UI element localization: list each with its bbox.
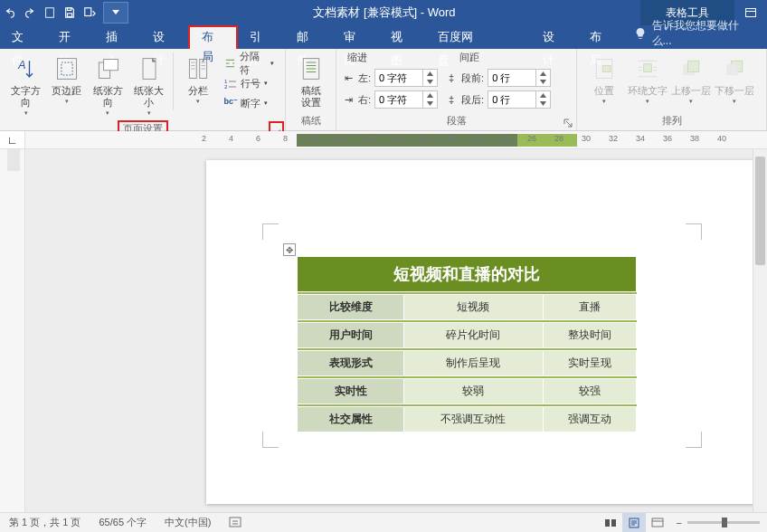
ruler-vertical[interactable]: [0, 149, 25, 512]
tab-table-layout[interactable]: 布局: [578, 25, 625, 49]
qat-button-1[interactable]: [40, 2, 60, 24]
table-cell[interactable]: 整块时间: [543, 323, 636, 348]
status-macro-icon[interactable]: [220, 516, 251, 530]
breaks-button[interactable]: 分隔符▾: [224, 54, 274, 72]
page: ✥ 短视频和直播的对比 比较维度短视频直播用户时间碎片化时间整块时间表现形式制作…: [206, 160, 758, 504]
table-cell[interactable]: 制作后呈现: [404, 351, 544, 376]
zoom-out-button[interactable]: −: [677, 518, 682, 528]
vertical-scrollbar[interactable]: [753, 149, 767, 512]
group-page-setup: A 文字方向▾ 页边距▾ 纸张方向▾ 纸张大小▾ 分栏▾ 分隔符▾: [0, 49, 286, 130]
table-cell[interactable]: 用户时间: [298, 323, 404, 348]
table-cell[interactable]: 表现形式: [298, 351, 404, 376]
tab-table-design[interactable]: 设计: [531, 25, 578, 49]
tab-design[interactable]: 设计: [141, 25, 188, 49]
tab-mailings[interactable]: 邮件: [285, 25, 332, 49]
table-cell[interactable]: 不强调互动性: [404, 407, 544, 432]
zoom-thumb[interactable]: [722, 518, 727, 527]
tab-selector[interactable]: ∟: [0, 131, 25, 148]
line-numbers-button[interactable]: 12行号▾: [224, 74, 274, 92]
paragraph-launcher[interactable]: [562, 117, 573, 128]
table-cell[interactable]: 碎片化时间: [404, 323, 544, 348]
qat-button-2[interactable]: [80, 2, 99, 24]
tab-file[interactable]: 文件: [0, 25, 47, 49]
hyphenation-icon: bc⁻: [224, 97, 237, 109]
send-backward-button[interactable]: 下移一层▾: [713, 52, 756, 107]
space-before-input[interactable]: [488, 69, 551, 87]
status-page[interactable]: 第 1 页，共 1 页: [0, 516, 90, 529]
zoom-control: −: [669, 518, 767, 528]
svg-rect-24: [605, 519, 610, 527]
svg-rect-20: [688, 61, 699, 71]
view-web-layout[interactable]: [646, 513, 669, 533]
quick-access-toolbar: [0, 2, 128, 24]
qat-customize-dropdown[interactable]: [103, 2, 128, 24]
table-cell[interactable]: 直播: [543, 295, 636, 320]
tell-me-search[interactable]: 告诉我您想要做什么...: [625, 18, 767, 49]
indent-left-icon: ⇤: [342, 72, 355, 84]
view-read-mode[interactable]: [599, 513, 622, 533]
svg-rect-7: [62, 62, 72, 75]
text-direction-button[interactable]: A 文字方向▾: [5, 52, 46, 119]
table-cell[interactable]: 社交属性: [298, 407, 404, 432]
space-after-icon: ‡: [445, 94, 458, 105]
zoom-slider[interactable]: [687, 521, 760, 524]
bring-forward-button[interactable]: 上移一层▾: [669, 52, 713, 107]
tab-references[interactable]: 引用: [238, 25, 285, 49]
tab-insert[interactable]: 插入: [94, 25, 141, 49]
spin-down[interactable]: [423, 78, 437, 86]
document-canvas[interactable]: ✥ 短视频和直播的对比 比较维度短视频直播用户时间碎片化时间整块时间表现形式制作…: [25, 149, 767, 512]
table-cell[interactable]: 较弱: [404, 379, 544, 404]
table-cell[interactable]: 实时性: [298, 379, 404, 404]
line-numbers-icon: 12: [224, 77, 237, 90]
tab-view[interactable]: 视图: [379, 25, 426, 49]
svg-text:A: A: [17, 59, 25, 71]
table-cell[interactable]: 较强: [543, 379, 636, 404]
table-cell[interactable]: 比较维度: [298, 295, 404, 320]
table-cell[interactable]: 实时呈现: [543, 351, 636, 376]
svg-rect-0: [46, 8, 54, 18]
wrap-text-button[interactable]: 环绕文字▾: [626, 52, 669, 107]
svg-rect-2: [67, 8, 71, 11]
save-button[interactable]: [60, 2, 80, 24]
ribbon: A 文字方向▾ 页边距▾ 纸张方向▾ 纸张大小▾ 分栏▾ 分隔符▾: [0, 49, 767, 131]
tab-baidu[interactable]: 百度网盘: [426, 25, 497, 49]
position-button[interactable]: 位置▾: [582, 52, 626, 107]
margin-mark-tl: [262, 223, 279, 240]
hyphenation-button[interactable]: bc⁻断字▾: [224, 94, 274, 112]
table-cell[interactable]: 强调互动: [543, 407, 636, 432]
manuscript-settings-button[interactable]: 稿纸 设置: [291, 52, 330, 110]
table-row[interactable]: 用户时间碎片化时间整块时间: [298, 323, 637, 348]
table-row[interactable]: 比较维度短视频直播: [298, 295, 637, 320]
group-arrange: 位置▾ 环绕文字▾ 上移一层▾ 下移一层▾ 排列: [577, 49, 767, 130]
document-table[interactable]: 短视频和直播的对比 比较维度短视频直播用户时间碎片化时间整块时间表现形式制作后呈…: [297, 256, 637, 432]
orientation-button[interactable]: 纸张方向▾: [88, 52, 128, 119]
margins-button[interactable]: 页边距▾: [46, 52, 87, 107]
tab-layout[interactable]: 布局: [188, 25, 239, 49]
columns-button[interactable]: 分栏▾: [177, 52, 218, 107]
undo-button[interactable]: [0, 2, 20, 24]
margin-mark-bl: [262, 432, 279, 448]
table-title[interactable]: 短视频和直播的对比: [298, 257, 637, 292]
tab-review[interactable]: 审阅: [332, 25, 379, 49]
ruler-horizontal[interactable]: 246810121416182022242628303234363840: [25, 131, 767, 148]
view-print-layout[interactable]: [622, 513, 646, 533]
size-button[interactable]: 纸张大小▾: [128, 52, 169, 119]
group-paragraph: 缩进 间距 ⇤ 左: ‡ 段前: ⇥ 右:: [336, 49, 577, 130]
group-label-arrange: 排列: [577, 114, 766, 130]
indent-left-input[interactable]: [374, 69, 438, 87]
table-row[interactable]: 社交属性不强调互动性强调互动: [298, 407, 637, 432]
table-row[interactable]: 实时性较弱较强: [298, 379, 637, 404]
redo-button[interactable]: [20, 2, 40, 24]
table-move-handle[interactable]: ✥: [283, 243, 296, 256]
svg-rect-3: [85, 8, 91, 16]
tab-home[interactable]: 开始: [47, 25, 94, 49]
spin-up[interactable]: [423, 70, 437, 78]
indent-right-icon: ⇥: [342, 94, 355, 106]
status-word-count[interactable]: 65/65 个字: [90, 516, 156, 529]
scrollbar-thumb[interactable]: [755, 157, 765, 265]
status-language[interactable]: 中文(中国): [156, 516, 220, 529]
space-after-input[interactable]: [488, 90, 551, 109]
table-cell[interactable]: 短视频: [404, 295, 544, 320]
indent-right-input[interactable]: [374, 90, 438, 109]
table-row[interactable]: 表现形式制作后呈现实时呈现: [298, 351, 637, 376]
